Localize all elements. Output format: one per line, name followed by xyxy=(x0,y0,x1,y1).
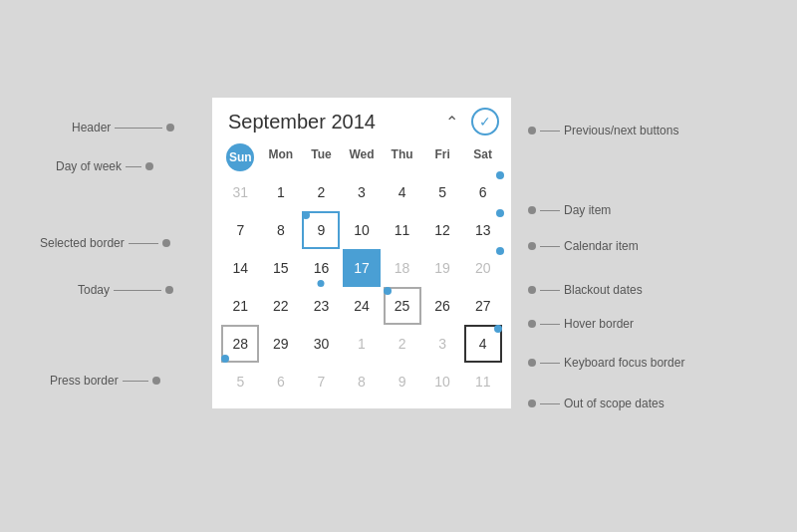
annotation-header-label: Header xyxy=(72,121,111,134)
annotation-press: Press border xyxy=(50,374,160,388)
day-3[interactable]: 3 xyxy=(343,173,381,211)
day-7-next[interactable]: 7 xyxy=(302,363,340,400)
day-17[interactable]: 17 xyxy=(343,249,381,287)
dow-thu: Thu xyxy=(382,143,422,171)
day-4-next[interactable]: 4 xyxy=(464,325,502,363)
dow-label-sun: Sun xyxy=(226,143,254,171)
dow-wed: Wed xyxy=(342,143,383,171)
day-19: 19 xyxy=(423,249,461,287)
day-23[interactable]: 23 xyxy=(302,287,340,325)
annotation-header: Header xyxy=(72,121,174,134)
day-4[interactable]: 4 xyxy=(384,173,421,211)
annotation-selected: Selected border xyxy=(40,236,170,250)
day-9[interactable]: 9 xyxy=(302,211,340,249)
calendar-title: September 2014 xyxy=(228,111,376,133)
annotation-calitem-label: Calendar item xyxy=(564,239,639,253)
annotation-prevnext-label: Previous/next buttons xyxy=(564,124,678,137)
day-16[interactable]: 16 xyxy=(302,249,340,287)
annotation-dayitem: Day item xyxy=(528,203,611,217)
day-2-next[interactable]: 2 xyxy=(384,325,421,363)
day-31-prev[interactable]: 31 xyxy=(221,173,259,211)
annotation-hover: Hover border xyxy=(528,317,634,331)
day-6-next[interactable]: 6 xyxy=(262,363,300,400)
calendar-widget: September 2014 ⌃ ✓ Sun Mon Tue Wed Thu xyxy=(212,98,511,408)
day-15[interactable]: 15 xyxy=(262,249,300,287)
day-22[interactable]: 22 xyxy=(262,287,300,325)
day-28[interactable]: 28 xyxy=(221,325,259,363)
annotation-dow-label: Day of week xyxy=(56,159,122,173)
calendar-header: September 2014 ⌃ ✓ xyxy=(212,98,511,141)
annotation-selected-label: Selected border xyxy=(40,236,125,250)
day-5[interactable]: 5 xyxy=(423,173,461,211)
day-25[interactable]: 25 xyxy=(384,287,421,325)
day-12[interactable]: 12 xyxy=(423,211,461,249)
header-buttons: ⌃ ✓ xyxy=(437,108,499,135)
day-8-next[interactable]: 8 xyxy=(343,363,381,400)
day-2[interactable]: 2 xyxy=(302,173,340,211)
day-5-next[interactable]: 5 xyxy=(221,363,259,400)
day-7[interactable]: 7 xyxy=(221,211,259,249)
day-1[interactable]: 1 xyxy=(262,173,300,211)
annotation-outofscope: Out of scope dates xyxy=(528,397,664,410)
annotation-hover-label: Hover border xyxy=(564,317,634,331)
day-26[interactable]: 26 xyxy=(423,287,461,325)
dow-tue: Tue xyxy=(301,143,342,171)
day-24[interactable]: 24 xyxy=(343,287,381,325)
annotation-outofscope-label: Out of scope dates xyxy=(564,397,664,410)
annotation-prevnext: Previous/next buttons xyxy=(528,124,678,137)
dow-label-wed: Wed xyxy=(342,143,383,165)
day-8[interactable]: 8 xyxy=(262,211,300,249)
annotation-blackout: Blackout dates xyxy=(528,283,643,297)
day-11-next[interactable]: 11 xyxy=(464,363,502,400)
day-21[interactable]: 21 xyxy=(221,287,259,325)
day-of-week-row: Sun Mon Tue Wed Thu Fri Sat xyxy=(212,141,511,173)
dow-label-tue: Tue xyxy=(301,143,342,165)
day-27[interactable]: 27 xyxy=(464,287,502,325)
dow-mon: Mon xyxy=(261,143,302,171)
next-button[interactable]: ✓ xyxy=(471,108,499,135)
day-14[interactable]: 14 xyxy=(221,249,259,287)
annotation-today: Today xyxy=(78,283,173,297)
day-1-next[interactable]: 1 xyxy=(343,325,381,363)
dow-sat: Sat xyxy=(462,143,503,171)
day-13[interactable]: 13 xyxy=(464,211,502,249)
dow-label-thu: Thu xyxy=(382,143,422,165)
day-10[interactable]: 10 xyxy=(343,211,381,249)
days-grid: 31 1 2 3 4 5 6 7 8 9 10 11 12 13 xyxy=(212,173,511,408)
annotation-dayitem-label: Day item xyxy=(564,203,611,217)
annotation-keyboard-label: Keyboard focus border xyxy=(564,356,684,370)
dow-label-fri: Fri xyxy=(422,143,463,165)
annotation-dow: Day of week xyxy=(56,159,153,173)
dow-fri: Fri xyxy=(422,143,463,171)
day-18: 18 xyxy=(384,249,421,287)
day-30[interactable]: 30 xyxy=(302,325,340,363)
day-20: 20 xyxy=(464,249,502,287)
day-3-next[interactable]: 3 xyxy=(423,325,461,363)
day-9-next[interactable]: 9 xyxy=(384,363,421,400)
annotation-press-label: Press border xyxy=(50,374,119,388)
annotation-today-label: Today xyxy=(78,283,110,297)
annotation-calitem: Calendar item xyxy=(528,239,639,253)
dow-label-sat: Sat xyxy=(462,143,503,165)
day-10-next[interactable]: 10 xyxy=(423,363,461,400)
dow-sun: Sun xyxy=(220,143,261,171)
day-11[interactable]: 11 xyxy=(384,211,421,249)
annotation-blackout-label: Blackout dates xyxy=(564,283,643,297)
day-6[interactable]: 6 xyxy=(464,173,502,211)
dow-label-mon: Mon xyxy=(261,143,302,165)
prev-button[interactable]: ⌃ xyxy=(437,108,465,135)
annotation-keyboard: Keyboard focus border xyxy=(528,356,684,370)
day-29[interactable]: 29 xyxy=(262,325,300,363)
